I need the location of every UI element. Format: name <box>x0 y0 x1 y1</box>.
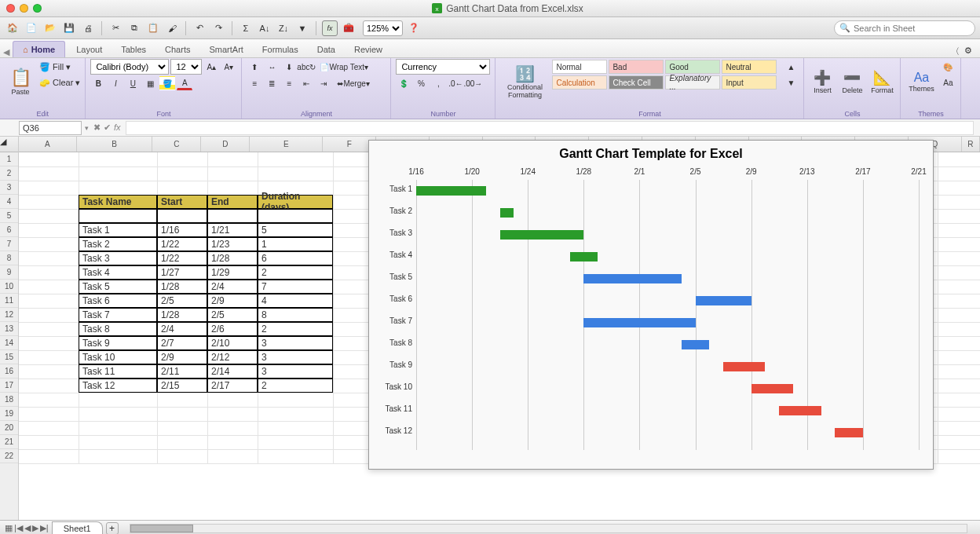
border-button[interactable]: ▦ <box>142 76 158 90</box>
data-cell[interactable]: 2/5 <box>207 308 258 322</box>
gantt-bar[interactable] <box>583 274 681 283</box>
row-header[interactable]: 15 <box>0 350 18 364</box>
style-cell[interactable]: Calculation <box>552 75 607 90</box>
italic-button[interactable]: I <box>108 76 123 90</box>
next-sheet-icon[interactable]: ▶ <box>32 523 38 533</box>
gantt-bar[interactable] <box>751 384 793 393</box>
increase-decimal-icon[interactable]: .00→ <box>465 76 481 90</box>
paste-icon[interactable]: 📋 <box>145 20 161 36</box>
delete-cells-button[interactable]: ➖Delete <box>839 60 865 104</box>
row-header[interactable]: 13 <box>0 322 18 336</box>
data-cell[interactable] <box>79 209 157 223</box>
row-header[interactable]: 8 <box>0 251 18 265</box>
themes-button[interactable]: AaThemes <box>905 60 937 104</box>
style-cell[interactable]: Input <box>722 75 777 90</box>
data-cell[interactable]: 4 <box>258 294 333 308</box>
comma-icon[interactable]: , <box>430 76 446 90</box>
tab-smartart[interactable]: SmartArt <box>199 42 252 57</box>
column-header[interactable]: R <box>962 137 980 152</box>
row-header[interactable]: 16 <box>0 364 18 379</box>
undo-icon[interactable]: ↶ <box>192 20 207 36</box>
data-cell[interactable]: 7 <box>258 280 333 294</box>
gantt-bar[interactable] <box>500 230 584 240</box>
decrease-decimal-icon[interactable]: .0← <box>448 76 463 90</box>
data-cell[interactable]: 2/4 <box>157 322 207 336</box>
data-cell[interactable]: 3 <box>258 364 333 379</box>
data-cell[interactable]: Task 3 <box>79 251 157 265</box>
data-cell[interactable]: 6 <box>258 251 333 265</box>
align-middle-icon[interactable]: ↔ <box>264 60 280 74</box>
row-header[interactable]: 2 <box>0 166 18 181</box>
row-header[interactable]: 10 <box>0 280 18 294</box>
worksheet[interactable]: ◢ 12345678910111213141516171819202122 AB… <box>0 137 980 520</box>
format-painter-icon[interactable]: 🖌 <box>164 20 180 36</box>
row-header[interactable]: 21 <box>0 435 18 449</box>
data-cell[interactable]: 3 <box>258 336 333 350</box>
data-cell[interactable]: Task 8 <box>79 322 157 336</box>
new-icon[interactable]: 📄 <box>24 20 39 36</box>
add-sheet-button[interactable]: + <box>106 522 119 535</box>
align-left-icon[interactable]: ≡ <box>247 76 262 90</box>
print-icon[interactable]: 🖨 <box>80 20 96 36</box>
row-header[interactable]: 18 <box>0 393 18 407</box>
zoom-select[interactable]: 125% <box>363 20 403 36</box>
data-cell[interactable]: Task 9 <box>79 336 157 350</box>
ribbon-collapse-icon[interactable]: 〈 <box>951 46 960 57</box>
gantt-bar[interactable] <box>583 318 695 327</box>
conditional-formatting-button[interactable]: 🔢Conditional Formatting <box>500 60 549 104</box>
data-cell[interactable]: 2/6 <box>207 322 258 336</box>
sort-desc-icon[interactable]: Z↓ <box>276 20 291 36</box>
data-cell[interactable]: 2/9 <box>207 294 258 308</box>
data-cell[interactable]: 2/4 <box>207 280 258 294</box>
row-header[interactable]: 3 <box>0 181 18 195</box>
format-cells-button[interactable]: 📐Format <box>868 60 895 104</box>
row-header[interactable]: 5 <box>0 209 18 223</box>
row-header[interactable]: 17 <box>0 379 18 393</box>
search-input[interactable] <box>854 24 970 33</box>
tab-data[interactable]: Data <box>308 42 345 57</box>
data-cell[interactable]: Duration (days) <box>258 195 333 209</box>
data-cell[interactable]: 1/28 <box>157 308 207 322</box>
style-cell[interactable]: Good <box>665 60 720 74</box>
data-cell[interactable]: 1/22 <box>157 237 207 251</box>
copy-icon[interactable]: ⧉ <box>126 20 142 36</box>
clear-button[interactable]: 🧽 Clear ▾ <box>39 78 80 88</box>
data-cell[interactable]: Task 5 <box>79 280 157 294</box>
row-header[interactable]: 20 <box>0 421 18 435</box>
data-cell[interactable]: Task 6 <box>79 294 157 308</box>
data-cell[interactable]: 1/21 <box>207 223 258 237</box>
data-cell[interactable]: 1/27 <box>157 265 207 280</box>
data-cell[interactable]: 2/7 <box>157 336 207 350</box>
show-toolbox-icon[interactable]: 🧰 <box>341 20 357 36</box>
save-icon[interactable]: 💾 <box>61 20 77 36</box>
sort-asc-icon[interactable]: A↓ <box>257 20 272 36</box>
style-cell[interactable]: Bad <box>609 60 664 74</box>
data-cell[interactable]: Task 4 <box>79 265 157 280</box>
data-cell[interactable]: 2 <box>258 379 333 393</box>
column-header[interactable]: C <box>152 137 201 152</box>
cut-icon[interactable]: ✂ <box>108 20 123 36</box>
minimize-icon[interactable] <box>20 4 28 13</box>
gantt-bar[interactable] <box>500 208 514 218</box>
theme-colors-icon[interactable]: 🎨 <box>940 60 956 74</box>
data-cell[interactable]: 2 <box>258 322 333 336</box>
fx-icon[interactable]: fx <box>114 123 121 133</box>
row-header[interactable]: 4 <box>0 195 18 209</box>
data-cell[interactable]: 2/10 <box>207 336 258 350</box>
cell-styles-gallery[interactable]: NormalBadGoodNeutralCalculationCheck Cel… <box>552 60 777 90</box>
percent-icon[interactable]: % <box>413 76 429 90</box>
gantt-bar[interactable] <box>696 296 751 305</box>
data-cell[interactable]: Start <box>157 195 207 209</box>
merge-button[interactable]: ⬌ Merge ▾ <box>333 76 373 90</box>
underline-button[interactable]: U <box>125 76 141 90</box>
data-cell[interactable]: Task 11 <box>79 364 157 379</box>
column-header[interactable]: A <box>19 137 77 152</box>
cancel-formula-icon[interactable]: ✖ <box>93 123 101 133</box>
paste-button[interactable]: 📋Paste <box>5 60 36 104</box>
gantt-chart[interactable]: Gantt Chart Template for Excel 1/161/201… <box>368 140 934 470</box>
column-header[interactable]: B <box>77 137 153 152</box>
data-cell[interactable]: 2/9 <box>157 350 207 364</box>
shrink-font-icon[interactable]: A▾ <box>221 60 236 74</box>
fill-button[interactable]: 🪣 Fill ▾ <box>39 62 71 72</box>
row-header[interactable]: 11 <box>0 294 18 308</box>
